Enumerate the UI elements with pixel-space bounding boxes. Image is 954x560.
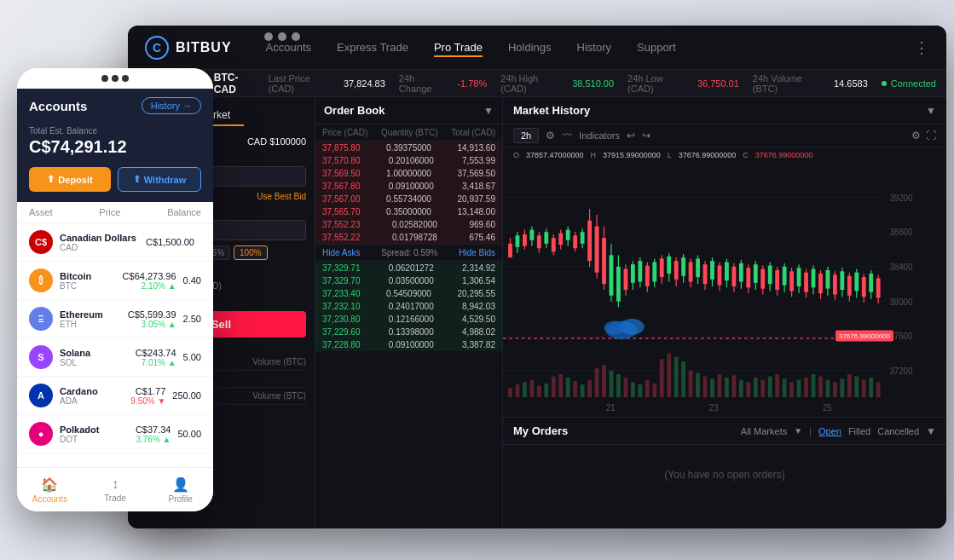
- svg-rect-35: [674, 357, 679, 397]
- ask-total-1: 14,913.60: [458, 143, 496, 153]
- last-price-label: Last Price (CAD): [269, 73, 330, 94]
- all-markets-dropdown[interactable]: All Markets: [741, 426, 787, 436]
- dot-asset-icon: ●: [29, 422, 53, 446]
- filter-filled[interactable]: Filled: [848, 426, 870, 436]
- more-menu-icon[interactable]: ⋮: [914, 38, 929, 57]
- svg-text:25: 25: [823, 403, 832, 413]
- high-label: 24h High (CAD): [500, 73, 558, 94]
- svg-text:38400: 38400: [889, 262, 912, 272]
- svg-rect-63: [876, 382, 881, 397]
- accounts-nav-label: Accounts: [32, 494, 67, 504]
- svg-rect-22: [581, 384, 585, 397]
- order-book-collapse-icon[interactable]: ▼: [483, 105, 494, 117]
- markets-dropdown-arrow[interactable]: ▼: [794, 426, 802, 436]
- spread-row: Hide Asks Spread: 0.59% Hide Bids: [315, 244, 502, 262]
- btc-code: BTC: [60, 281, 116, 291]
- svg-rect-127: [731, 267, 736, 286]
- btc-change: 2.10% ▲: [123, 281, 176, 291]
- svg-rect-131: [746, 268, 750, 287]
- bid-qty-4: 0.24017000: [389, 302, 434, 311]
- main-content: Limit Market Purchase Limit ⓘ CAD $10000…: [128, 97, 946, 528]
- bid-row-7: 37,228.80 0.09100000 3,387.82: [315, 338, 502, 351]
- logo-icon: C: [145, 36, 169, 60]
- my-orders-section: My Orders All Markets ▼ | Open Filled Ca…: [503, 418, 946, 528]
- svg-rect-147: [804, 273, 808, 292]
- sol-asset-icon: S: [29, 345, 53, 369]
- ask-qty-2: 0.20106000: [389, 156, 434, 165]
- bid-total-7: 3,387.82: [462, 340, 495, 349]
- svg-rect-69: [523, 234, 527, 246]
- svg-rect-141: [783, 267, 787, 286]
- bid-qty-3: 0.54509000: [386, 289, 431, 298]
- my-orders-title: My Orders: [513, 424, 568, 437]
- price-col-header: Price: [99, 207, 120, 217]
- nav-bar: C BITBUY Accounts Express Trade Pro Trad…: [128, 26, 946, 70]
- svg-text:23: 23: [709, 403, 719, 413]
- nav-pro-trade[interactable]: Pro Trade: [434, 38, 483, 57]
- svg-rect-149: [812, 269, 816, 288]
- bottom-nav-profile[interactable]: 👤 Profile: [147, 476, 213, 504]
- my-orders-header: My Orders All Markets ▼ | Open Filled Ca…: [503, 418, 946, 445]
- ask-price-3: 37,569.50: [322, 169, 361, 178]
- svg-rect-52: [797, 380, 801, 397]
- nav-support[interactable]: Support: [637, 38, 676, 57]
- chart-collapse-icon[interactable]: ▼: [926, 105, 936, 117]
- timeframe-2h-button[interactable]: 2h: [513, 128, 539, 143]
- dot-info: Polkadot DOT: [60, 424, 129, 444]
- filter-open[interactable]: Open: [818, 426, 841, 436]
- svg-point-174: [604, 321, 625, 335]
- chart-gear-icon[interactable]: ⚙: [911, 130, 921, 141]
- svg-rect-44: [739, 380, 743, 397]
- ohlc-close-label: C: [743, 151, 749, 159]
- svg-rect-79: [558, 234, 563, 245]
- connected-dot-icon: [882, 81, 887, 86]
- nav-holdings[interactable]: Holdings: [508, 38, 552, 57]
- filter-cancelled[interactable]: Cancelled: [877, 426, 919, 436]
- eth-balance-col: 2.50: [183, 314, 201, 324]
- undo-icon[interactable]: ↩: [627, 130, 635, 141]
- ask-total-3: 37,569.50: [458, 169, 496, 178]
- cad-price-col: C$1,500.00: [146, 237, 194, 247]
- bottom-nav-accounts[interactable]: 🏠 Accounts: [17, 476, 83, 504]
- bottom-nav-trade[interactable]: ↕ Trade: [83, 476, 148, 503]
- hide-asks-button[interactable]: Hide Asks: [322, 248, 360, 257]
- ask-total-7: 969.60: [469, 220, 495, 229]
- chart-fullscreen-icon[interactable]: ⛶: [926, 130, 936, 141]
- btc-balance: 0.40: [183, 275, 201, 286]
- svg-rect-33: [660, 359, 664, 397]
- mobile-history-button[interactable]: History →: [142, 97, 201, 114]
- svg-rect-115: [689, 262, 693, 281]
- status-dot-2: [112, 75, 119, 82]
- indicators-button[interactable]: Indicators: [579, 130, 620, 141]
- svg-rect-40: [710, 378, 714, 397]
- svg-rect-47: [760, 380, 765, 397]
- svg-rect-155: [833, 274, 837, 294]
- dot-change: 3.76% ▲: [136, 435, 171, 444]
- svg-rect-23: [587, 380, 592, 397]
- svg-rect-41: [718, 374, 722, 397]
- bid-qty-2: 0.03500000: [389, 276, 434, 286]
- svg-rect-125: [725, 262, 729, 280]
- chart-toolbar: 2h ⚙ 〰 Indicators ↩ ↪ ⚙ ⛶: [503, 124, 946, 147]
- eth-price-col: C$5,599.39 3.05% ▲: [128, 309, 176, 329]
- svg-rect-109: [667, 257, 671, 274]
- redo-icon[interactable]: ↪: [642, 130, 650, 141]
- chart-type-icon[interactable]: 〰: [562, 130, 572, 141]
- ohlc-high-label: H: [591, 151, 597, 159]
- current-price-label: 37676.99000000: [835, 330, 893, 341]
- ask-total-8: 675.46: [469, 233, 495, 242]
- ohlc-high-value: 37915.99000000: [603, 151, 661, 159]
- pct-100-button[interactable]: 100%: [234, 245, 268, 260]
- chart-settings-icon[interactable]: ⚙: [546, 130, 555, 141]
- mobile-deposit-button[interactable]: ⬆ Deposit: [29, 167, 111, 192]
- balance-label: Total Est. Balance: [29, 126, 201, 136]
- my-orders-collapse-icon[interactable]: ▼: [926, 425, 936, 437]
- svg-rect-89: [595, 227, 599, 273]
- ada-balance-col: 250.00: [172, 390, 201, 401]
- mobile-withdraw-button[interactable]: ⬆ Withdraw: [118, 167, 201, 192]
- nav-express-trade[interactable]: Express Trade: [337, 38, 408, 57]
- deposit-icon: ⬆: [47, 174, 55, 185]
- svg-rect-113: [681, 257, 685, 276]
- hide-bids-button[interactable]: Hide Bids: [459, 248, 495, 257]
- nav-history[interactable]: History: [577, 38, 611, 57]
